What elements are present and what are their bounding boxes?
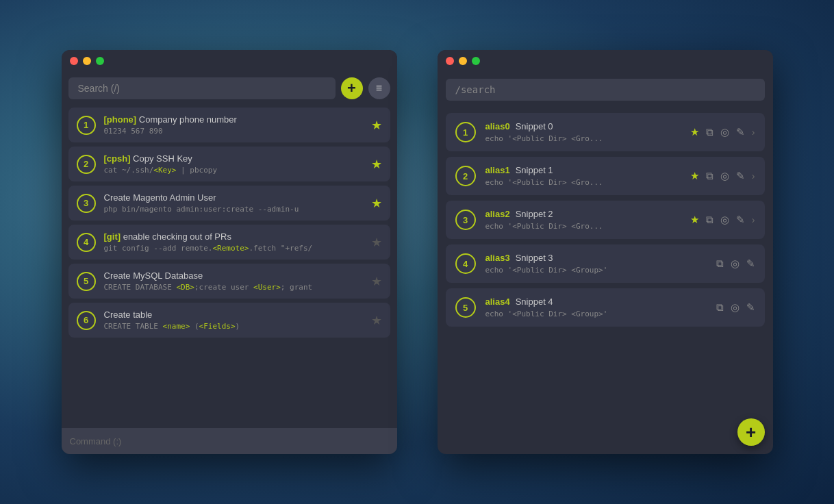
star-icon[interactable]: ★: [371, 157, 382, 172]
star-icon[interactable]: ★: [371, 118, 382, 133]
edit-icon[interactable]: ✎: [736, 126, 745, 138]
list-item[interactable]: 4 [git] enable checking out of PRs git c…: [68, 225, 390, 260]
command-input[interactable]: [70, 436, 389, 446]
item-code: echo '<Public Dir> <Group>': [485, 310, 707, 318]
minimize-button-right[interactable]: [459, 57, 467, 65]
item-content: Create Magento Admin User php bin/magent…: [104, 192, 363, 214]
item-content: alias1 Snippet 1 echo '<Public Dir> <Gro…: [485, 165, 681, 187]
close-button-left[interactable]: [70, 57, 78, 65]
item-number: 3: [455, 210, 476, 230]
search-bar-left: + ≡: [62, 72, 397, 105]
minimize-button-left[interactable]: [83, 57, 91, 65]
item-actions: ★ ⧉ ◎ ✎ ›: [690, 170, 755, 182]
item-header: alias1 Snippet 1: [485, 165, 681, 175]
right-window: 1 alias0 Snippet 0 echo '<Public Dir> <G…: [438, 50, 773, 454]
copy-icon[interactable]: ⧉: [706, 214, 713, 226]
star-icon-empty[interactable]: ★: [371, 235, 382, 250]
star-icon-empty[interactable]: ★: [371, 313, 382, 328]
search-input-wrapper: [68, 77, 336, 99]
item-content: Create table CREATE TABLE <name> (<Field…: [104, 310, 363, 331]
left-window: + ≡ 1 [phone] Company phone number 01234…: [62, 50, 397, 454]
item-code: echo '<Public Dir> <Gro...: [485, 178, 681, 187]
right-window-body: 1 alias0 Snippet 0 echo '<Public Dir> <G…: [438, 72, 773, 454]
titlebar-left: [62, 50, 397, 72]
item-actions: ★ ⧉ ◎ ✎ ›: [690, 126, 755, 138]
list-item[interactable]: 5 alias4 Snippet 4 echo '<Public Dir> <G…: [446, 288, 765, 327]
star-icon[interactable]: ★: [371, 196, 382, 211]
item-alias: alias4: [485, 297, 510, 307]
item-alias: alias2: [485, 209, 510, 219]
item-content: [phone] Company phone number 01234 567 8…: [104, 114, 363, 136]
chevron-icon[interactable]: ›: [752, 127, 755, 138]
list-item[interactable]: 2 [cpsh] Copy SSH Key cat ~/.ssh/<Key> |…: [68, 147, 390, 181]
item-name: Snippet 0: [516, 121, 553, 131]
list-item[interactable]: 2 alias1 Snippet 1 echo '<Public Dir> <G…: [446, 157, 765, 195]
item-number: 5: [77, 272, 96, 291]
item-header: alias3 Snippet 3: [485, 253, 707, 263]
item-alias: alias3: [485, 253, 510, 263]
list-item[interactable]: 6 Create table CREATE TABLE <name> (<Fie…: [68, 303, 390, 338]
item-code: 01234 567 890: [104, 127, 363, 136]
item-tag: [git]: [104, 231, 121, 242]
left-window-body: + ≡ 1 [phone] Company phone number 01234…: [62, 72, 397, 454]
item-title: Create table: [104, 310, 363, 320]
view-icon[interactable]: ◎: [720, 126, 729, 138]
list-item[interactable]: 1 alias0 Snippet 0 echo '<Public Dir> <G…: [446, 113, 765, 151]
item-number: 4: [77, 233, 96, 252]
search-input-left[interactable]: [68, 77, 336, 99]
close-button-right[interactable]: [446, 57, 454, 65]
menu-button[interactable]: ≡: [368, 77, 390, 99]
list-item[interactable]: 5 Create MySQL Database CREATE DATABASE …: [68, 264, 390, 299]
copy-icon[interactable]: ⧉: [716, 257, 724, 270]
add-button[interactable]: +: [341, 77, 363, 99]
view-icon[interactable]: ◎: [731, 257, 740, 270]
view-icon[interactable]: ◎: [731, 301, 740, 314]
item-name: Snippet 4: [516, 297, 553, 307]
item-header: alias2 Snippet 2: [485, 209, 681, 219]
item-actions: ★ ⧉ ◎ ✎ ›: [690, 214, 755, 226]
edit-icon[interactable]: ✎: [746, 257, 755, 270]
item-name: Snippet 3: [516, 253, 553, 263]
fullscreen-button-left[interactable]: [96, 57, 104, 65]
vim-search-bar: [438, 72, 773, 108]
star-icon[interactable]: ★: [690, 126, 699, 138]
item-number: 1: [455, 122, 476, 142]
item-title: Create MySQL Database: [104, 270, 363, 281]
copy-icon[interactable]: ⧉: [706, 170, 713, 182]
copy-icon[interactable]: ⧉: [706, 126, 713, 138]
item-name: Snippet 1: [516, 165, 553, 175]
list-item[interactable]: 3 Create Magento Admin User php bin/mage…: [68, 186, 390, 220]
item-code: CREATE DATABASE <DB>;create user <User>;…: [104, 283, 363, 292]
edit-icon[interactable]: ✎: [736, 170, 745, 182]
star-icon[interactable]: ★: [690, 214, 699, 226]
copy-icon[interactable]: ⧉: [716, 301, 724, 314]
star-icon[interactable]: ★: [690, 170, 699, 182]
item-tag: [phone]: [104, 114, 137, 125]
fullscreen-button-right[interactable]: [472, 57, 480, 65]
item-code: CREATE TABLE <name> (<Fields>): [104, 322, 363, 331]
list-item[interactable]: 3 alias2 Snippet 2 echo '<Public Dir> <G…: [446, 201, 765, 239]
vim-search-input[interactable]: [446, 79, 765, 101]
view-icon[interactable]: ◎: [720, 170, 729, 182]
star-icon-empty[interactable]: ★: [371, 274, 382, 289]
edit-icon[interactable]: ✎: [736, 214, 745, 226]
item-header: alias4 Snippet 4: [485, 297, 707, 307]
fab-add-button[interactable]: +: [737, 418, 765, 446]
item-code: cat ~/.ssh/<Key> | pbcopy: [104, 166, 363, 175]
item-content: alias2 Snippet 2 echo '<Public Dir> <Gro…: [485, 209, 681, 231]
item-number: 4: [455, 253, 476, 274]
list-item[interactable]: 1 [phone] Company phone number 01234 567…: [68, 108, 390, 142]
item-number: 2: [455, 166, 476, 186]
item-number: 2: [77, 155, 96, 174]
item-content: alias0 Snippet 0 echo '<Public Dir> <Gro…: [485, 121, 681, 143]
chevron-icon[interactable]: ›: [752, 171, 755, 181]
item-number: 5: [455, 297, 476, 318]
item-number: 6: [77, 311, 96, 330]
item-actions: ⧉ ◎ ✎: [716, 301, 755, 314]
item-content: [cpsh] Copy SSH Key cat ~/.ssh/<Key> | p…: [104, 153, 363, 175]
view-icon[interactable]: ◎: [720, 214, 729, 226]
list-item[interactable]: 4 alias3 Snippet 3 echo '<Public Dir> <G…: [446, 244, 765, 283]
chevron-icon[interactable]: ›: [752, 214, 755, 225]
edit-icon[interactable]: ✎: [746, 301, 755, 314]
item-number: 1: [77, 116, 96, 135]
